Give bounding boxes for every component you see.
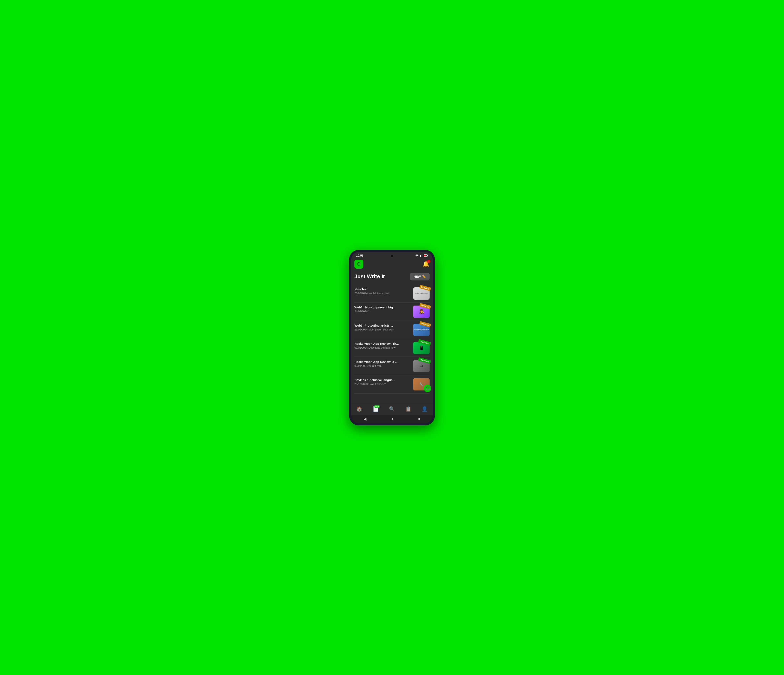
article-text: Web3 : How to prevent big... 24/02/2024 … [355, 306, 413, 313]
svg-rect-4 [422, 254, 422, 257]
article-text: Web3: Protecting artists ... 21/02/2024 … [355, 324, 413, 331]
notification-bell[interactable]: 🔔 1 [422, 261, 429, 268]
article-title: DevOps : inclusive langua... [355, 378, 411, 382]
nav-item-feed[interactable]: 📋 [405, 406, 411, 412]
page-title: Just Write It [355, 273, 385, 280]
article-title: Web3 : How to prevent big... [355, 306, 411, 309]
headphone-icon: 🎧 [425, 386, 430, 391]
headphone-overlay: 🎧 [424, 385, 431, 392]
article-meta: 26/02/2024 No Additional text [355, 292, 411, 295]
list-item[interactable]: DevOps : inclusive langua... 28/12/2023 … [355, 375, 429, 393]
search-icon: 🔍 [389, 406, 395, 412]
android-back-button[interactable]: ◀ [364, 417, 367, 421]
phone-frame: 10:56 [349, 250, 435, 425]
article-thumbnail: Start The Year 2023 template [413, 324, 429, 336]
thumb-emoji: 🔧 [419, 382, 423, 386]
article-text: New Text 26/02/2024 No Additional text [355, 288, 413, 295]
thumb-placeholder: Insert your image [414, 292, 429, 295]
signal-icon [420, 254, 423, 257]
nav-item-search[interactable]: 🔍 [389, 406, 395, 412]
article-text: HackerNoon App Review: Th... 08/01/2024 … [355, 342, 413, 349]
article-thumbnail: Insert your image template [413, 288, 429, 300]
article-meta: 24/02/2024 " [355, 310, 411, 313]
main-content: Just Write It NEW ✏️ New Text 26/02/2024… [351, 270, 433, 404]
svg-rect-3 [421, 255, 422, 257]
bottom-navigation: 🏠 📄 NEW 🔍 📋 👤 [351, 404, 433, 415]
svg-rect-6 [428, 255, 428, 256]
svg-point-0 [417, 257, 417, 257]
nav-item-profile[interactable]: 👤 [422, 406, 428, 412]
list-item[interactable]: HackerNoon App Review: a ... 02/01/2024 … [355, 357, 429, 375]
article-title: New Text [355, 288, 411, 291]
app-logo[interactable]: ⏱ [355, 260, 363, 269]
wifi-icon [415, 254, 418, 257]
pencil-icon: ✏️ [422, 275, 426, 278]
feed-icon: 📋 [405, 406, 411, 412]
thumb-text: Start The Year 2023 [414, 328, 429, 331]
list-item[interactable]: HackerNoon App Review: Th... 08/01/2024 … [355, 339, 429, 357]
page-title-row: Just Write It NEW ✏️ [355, 273, 429, 280]
status-time: 10:56 [356, 254, 363, 257]
home-icon: 🏠 [356, 406, 362, 412]
article-text: HackerNoon App Review: a ... 02/01/2024 … [355, 360, 413, 367]
bell-badge: 1 [427, 260, 430, 263]
article-text: DevOps : inclusive langua... 28/12/2023 … [355, 378, 413, 386]
new-button[interactable]: NEW ✏️ [410, 273, 429, 280]
android-recent-button[interactable]: ■ [418, 417, 420, 421]
nav-item-my-articles[interactable]: 📄 NEW [373, 406, 379, 412]
list-item[interactable]: Web3 : How to prevent big... 24/02/2024 … [355, 303, 429, 321]
article-meta: 08/01/2024 Download the app now [355, 346, 411, 349]
article-thumbnail: 🖥 published [413, 360, 429, 372]
profile-icon: 👤 [422, 406, 428, 412]
article-meta: 02/01/2024 With it, you [355, 364, 411, 367]
logo-icon: ⏱ [357, 261, 361, 267]
status-icons [415, 254, 428, 257]
thumb-emoji: 👩‍🎤 [419, 309, 424, 314]
android-home-button[interactable]: ● [391, 417, 394, 421]
svg-rect-2 [420, 255, 421, 257]
svg-rect-1 [420, 256, 420, 257]
svg-rect-7 [424, 255, 426, 256]
list-item[interactable]: Web3: Protecting artists ... 21/02/2024 … [355, 321, 429, 339]
phone-screen: 10:56 [351, 252, 433, 423]
article-thumbnail: 📱 published [413, 342, 429, 354]
article-thumbnail: 🔧 🎧 [413, 378, 429, 390]
article-meta: 28/12/2023 How it works ? [355, 383, 411, 386]
article-title: Web3: Protecting artists ... [355, 324, 411, 327]
article-meta: 21/02/2024 Meet [insert your start [355, 328, 411, 331]
nav-item-home[interactable]: 🏠 [356, 406, 362, 412]
article-title: HackerNoon App Review: Th... [355, 342, 411, 345]
battery-icon [424, 254, 428, 257]
list-item[interactable]: New Text 26/02/2024 No Additional text I… [355, 285, 429, 303]
new-button-label: NEW [414, 275, 421, 278]
new-badge: NEW [375, 405, 380, 407]
status-bar: 10:56 [351, 252, 433, 258]
thumb-emoji: 📱 [419, 345, 424, 350]
app-header: ⏱ 🔔 1 [351, 258, 433, 270]
article-title: HackerNoon App Review: a ... [355, 360, 411, 364]
article-thumbnail: 👩‍🎤 template [413, 306, 429, 318]
android-nav-bar: ◀ ● ■ [351, 415, 433, 423]
thumb-emoji: 🖥 [420, 364, 423, 368]
